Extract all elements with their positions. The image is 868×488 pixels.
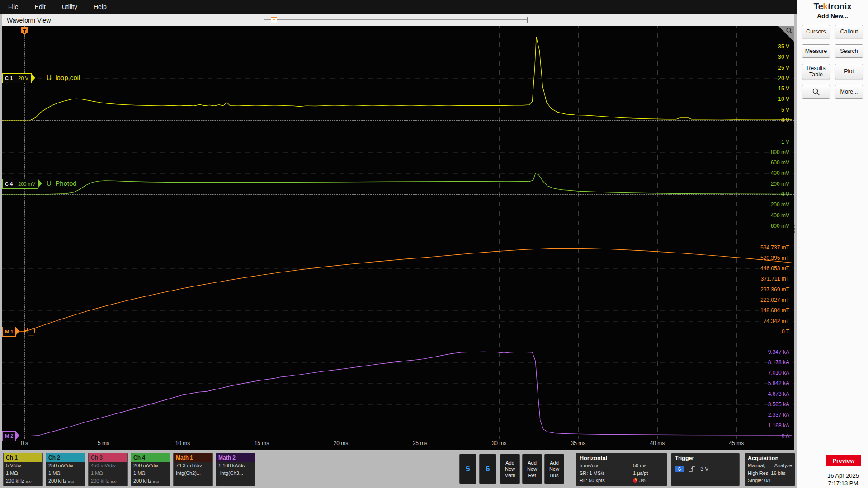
math1-handle-badge[interactable]: M 1 [2, 327, 16, 337]
ch2-badge[interactable]: Ch 2250 mV/div1 MΩ200 kHz BW [46, 453, 85, 486]
ch1-handle-badge[interactable]: C 120 V [2, 73, 32, 83]
ch4-badge[interactable]: Ch 4200 mV/div1 MΩ200 kHz BW [131, 453, 170, 486]
math2-handle-badge[interactable]: M 2 [2, 431, 16, 441]
panel-button-grid: CursorsCalloutMeasureSearchResults Table… [797, 25, 868, 99]
plot-button[interactable]: Plot [835, 64, 863, 79]
add-new-ref-button[interactable]: AddNewRef [522, 454, 542, 484]
zoom-select-icon [812, 88, 820, 96]
badge-line: 200 mV/div [131, 462, 170, 469]
zoom-select-button[interactable] [802, 85, 830, 99]
bandwidth-indicator: BW [153, 480, 159, 484]
record-length: RL: 50 kpts [580, 477, 633, 484]
bandwidth-indicator: BW [25, 480, 31, 484]
add-new-bus-button[interactable]: AddNewBus [544, 454, 564, 484]
more-button[interactable]: More... [835, 85, 863, 99]
badge-header: Math 1 [174, 453, 212, 462]
panel-splitter-handle[interactable] [794, 225, 796, 236]
settings-bar: Horizontal 5 ms/div50 ms SR: 1 MS/s1 µs/… [0, 451, 797, 488]
ch3-badge[interactable]: Ch 3450 mV/div1 MΩ200 kHz BW [88, 453, 128, 486]
badge-channel-label: C 4 [3, 180, 15, 188]
magnifier-icon [786, 27, 793, 34]
channel-slot-5[interactable]: 5 [459, 454, 476, 484]
waveform-view-title: Waveform View [7, 17, 51, 24]
acquisition-mode: Manual, [748, 462, 765, 469]
ch1-waveform [2, 26, 794, 131]
math2-waveform [2, 343, 794, 439]
tektronix-logo: Tektronix [797, 1, 868, 12]
preview-button[interactable]: Preview [826, 455, 861, 466]
x-axis-label: 5 ms [98, 440, 109, 446]
badge-scale-label: 20 V [15, 75, 31, 82]
right-panel: Tektronix Add New... CursorsCalloutMeasu… [797, 0, 868, 488]
rising-edge-icon [688, 465, 696, 473]
slice-separator [2, 439, 794, 439]
record-trigger-icon: T [271, 17, 277, 23]
badge-channel-label: M 1 [3, 328, 15, 335]
badge-header: Math 2 [216, 453, 255, 462]
results-table-button[interactable]: Results Table [802, 64, 830, 79]
badge-line: Intg(Ch2)... [174, 469, 212, 477]
x-axis-label: 45 ms [729, 440, 744, 446]
x-axis-label: 40 ms [650, 440, 665, 446]
math2-badge[interactable]: Math 21.168 kA/div-Intg(Ch3... [216, 453, 255, 486]
badge-channel-label: C 1 [3, 75, 15, 82]
badge-line: 74.3 mT/div [174, 462, 212, 469]
x-axis-label: 30 ms [492, 440, 507, 446]
horizontal-window: 50 ms [633, 462, 646, 469]
ch4-handle-badge[interactable]: C 4200 mV [2, 179, 38, 189]
acquisition-title: Acquisition [748, 455, 792, 462]
x-axis-label: 15 ms [255, 440, 269, 446]
badge-header: Ch 2 [46, 453, 85, 462]
channel-slot-6[interactable]: 6 [479, 454, 496, 484]
badge-line: 450 mV/div [89, 462, 127, 469]
trigger-panel[interactable]: Trigger 6 3 V [671, 453, 740, 486]
x-axis-label: 10 ms [175, 440, 190, 446]
x-axis-label: 25 ms [413, 440, 428, 446]
badge-bandwidth-line: 200 kHz BW [46, 477, 85, 485]
trigger-level: 3 V [700, 466, 708, 472]
menu-utility[interactable]: Utility [62, 3, 77, 10]
badge-bandwidth-line: 200 kHz BW [4, 477, 42, 485]
badge-line: 1 MΩ [4, 469, 42, 477]
badge-bandwidth-line: 200 kHz BW [89, 477, 127, 485]
add-new-math-button[interactable]: AddNewMath [500, 454, 520, 484]
cursors-button[interactable]: Cursors [802, 25, 830, 38]
badge-scale-label: 200 mV [15, 180, 38, 188]
horizontal-title: Horizontal [580, 455, 663, 462]
datetime-display: 16 Apr 2025 7:17:13 PM [820, 472, 867, 487]
x-axis-label: 20 ms [334, 440, 349, 446]
menu-edit[interactable]: Edit [35, 3, 46, 10]
measure-button[interactable]: Measure [802, 44, 830, 58]
badge-channel-label: M 2 [3, 432, 15, 440]
search-button[interactable]: Search [835, 44, 863, 58]
math1-badge[interactable]: Math 174.3 mT/divIntg(Ch2)... [173, 453, 213, 486]
callout-button[interactable]: Callout [835, 25, 863, 38]
menu-file[interactable]: File [8, 3, 19, 10]
waveform-titlebar[interactable]: Waveform View T [2, 14, 794, 27]
date-label: 16 Apr 2025 [820, 472, 867, 479]
acquisition-resolution: High Res: 16 bits [748, 469, 786, 477]
badge-line: 1.168 kA/div [216, 462, 255, 469]
math1-name-label: B_t [23, 326, 36, 336]
horizontal-scale: 5 ms/div [580, 462, 633, 469]
time-per-point: 1 µs/pt [633, 469, 648, 477]
sample-rate: SR: 1 MS/s [580, 469, 633, 477]
ch1-name-label: U_loop,coil [47, 74, 80, 81]
waveform-plot-area[interactable]: T 0 s5 ms10 ms15 ms20 ms25 ms30 ms35 ms4… [2, 26, 794, 450]
badge-line: 1 MΩ [89, 469, 127, 477]
horizontal-panel[interactable]: Horizontal 5 ms/div50 ms SR: 1 MS/s1 µs/… [576, 453, 667, 486]
menu-help[interactable]: Help [94, 3, 107, 10]
math1-waveform [2, 235, 794, 343]
acquisition-analyze: Analyze [774, 462, 792, 469]
badge-line: 250 mV/div [46, 462, 85, 469]
badge-bandwidth-line: 200 kHz BW [131, 477, 170, 485]
bandwidth-indicator: BW [110, 480, 116, 484]
acquisition-single: Single: 0/1 [748, 477, 771, 484]
record-view-scrollbar[interactable]: T [264, 17, 528, 23]
compress-icon [633, 478, 637, 483]
badge-line: 1 MΩ [46, 469, 85, 477]
trigger-title: Trigger [675, 455, 736, 462]
ch1-badge[interactable]: Ch 15 V/div1 MΩ200 kHz BW [3, 453, 43, 486]
acquisition-panel[interactable]: Acquisition Manual,Analyze High Res: 16 … [745, 453, 795, 486]
badge-header: Ch 3 [89, 453, 127, 462]
